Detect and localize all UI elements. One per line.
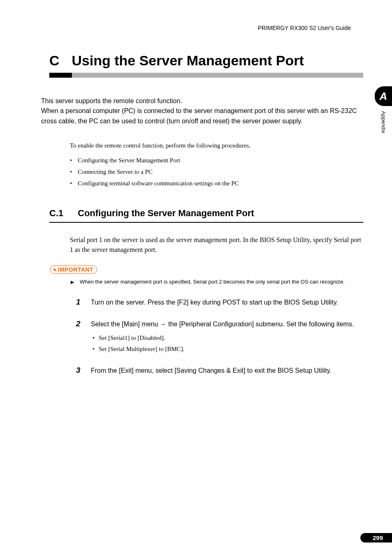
title-divider — [49, 73, 363, 78]
bullet-marker: • — [92, 344, 95, 354]
bullet-item: • Configuring the Server Management Port — [70, 155, 363, 166]
section-heading: C.1 Configuring the Server Management Po… — [49, 208, 363, 223]
bullet-marker: • — [70, 178, 72, 189]
important-label-text: IMPORTANT — [58, 266, 94, 273]
sub-bullet: • Set [Serial Multiplexer] to [BMC]. — [92, 344, 363, 354]
header-guide-title: PRIMERGY RX300 S2 User's Guide — [29, 25, 363, 31]
sub-bullet-text: Set [Serial Multiplexer] to [BMC]. — [99, 344, 184, 354]
arrow-icon: ▶ — [71, 279, 74, 286]
important-item: ▶ When the server management port is spe… — [71, 278, 363, 286]
bullet-list: • Configuring the Server Management Port… — [70, 155, 363, 189]
side-tab: A — [375, 86, 392, 106]
bullet-text: Configuring terminal software communicat… — [78, 178, 239, 189]
bullet-marker: • — [70, 166, 72, 178]
important-block: ✎IMPORTANT ▶ When the server management … — [50, 265, 363, 286]
section-number: C.1 — [49, 208, 63, 219]
important-label: ✎IMPORTANT — [50, 265, 97, 274]
bullet-marker: • — [70, 155, 72, 166]
procedure-intro: To enable the remote control function, p… — [70, 141, 363, 150]
side-label: Appendix — [380, 111, 387, 133]
step-text: Turn on the server. Press the [F2] key d… — [91, 298, 338, 308]
sub-bullet-text: Set [Serial1] to [Disabled]. — [99, 332, 165, 343]
step-number: 1 — [76, 298, 83, 308]
step-number: 3 — [76, 366, 83, 376]
step-text: Select the [Main] menu → the [Peripheral… — [91, 319, 354, 330]
intro-paragraph: This server supports the remote control … — [41, 96, 359, 127]
bullet-marker: • — [92, 332, 95, 343]
bullet-text: Configuring the Server Management Port — [78, 155, 180, 166]
bullet-text: Connecting the Server to a PC — [78, 166, 152, 178]
section-body: Serial port 1 on the server is used as t… — [70, 235, 363, 256]
step-number: 2 — [76, 319, 83, 330]
sub-bullet: • Set [Serial1] to [Disabled]. — [92, 332, 363, 343]
chapter-letter: C — [49, 53, 60, 69]
sub-bullet-list: • Set [Serial1] to [Disabled]. • Set [Se… — [92, 332, 363, 354]
pencil-icon: ✎ — [53, 268, 57, 272]
step-text: From the [Exit] menu, select [Saving Cha… — [91, 366, 332, 376]
step-1: 1 Turn on the server. Press the [F2] key… — [76, 298, 363, 308]
page-number: 299 — [360, 533, 392, 542]
chapter-title: C Using the Server Management Port — [49, 52, 363, 69]
step-2: 2 Select the [Main] menu → the [Peripher… — [76, 319, 363, 354]
step-3: 3 From the [Exit] menu, select [Saving C… — [76, 366, 363, 376]
section-title: Configuring the Server Management Port — [78, 208, 254, 219]
important-text: When the server management port is speci… — [80, 278, 345, 286]
bullet-item: • Connecting the Server to a PC — [70, 166, 363, 178]
chapter-title-text: Using the Server Management Port — [72, 52, 304, 69]
bullet-item: • Configuring terminal software communic… — [70, 178, 363, 189]
